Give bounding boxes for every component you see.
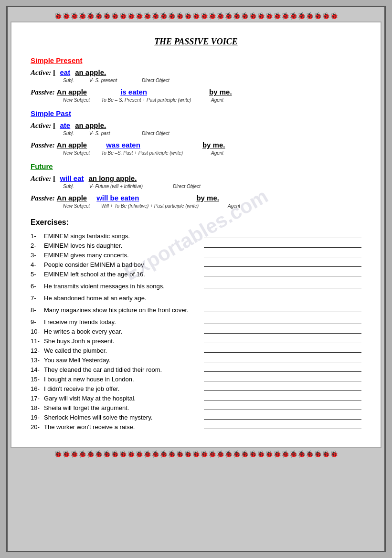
exercise-line-7 (204, 300, 362, 300)
label-subj-present: Subj. (63, 78, 89, 83)
exercises-header: Exercises: (31, 218, 361, 227)
exercise-text-17: Gary will visit May at the hospital. (44, 395, 202, 402)
passive-row-past: Passive: An apple was eaten by me. (31, 141, 361, 149)
section-simple-past: Simple Past Active: I ate an apple. Subj… (31, 109, 361, 156)
exercise-item-19: 19- Sherlock Holmes will solve the myste… (31, 414, 361, 421)
exercise-text-7: He abandoned home at an early age. (44, 295, 202, 302)
exercise-num-2: 2- (31, 242, 44, 249)
exercise-num-4: 4- (31, 261, 44, 268)
exercise-item-4: 4- People consider EMINEM a bad boy (31, 261, 361, 268)
exercise-num-15: 15- (31, 376, 44, 383)
passive-verb-future: will be eaten (96, 194, 139, 202)
label-vs-present: V- S. present (89, 78, 142, 83)
exercise-text-13: You saw Mell Yesterday. (44, 357, 202, 364)
exercise-line-13 (204, 362, 362, 362)
exercise-num-19: 19- (31, 414, 44, 421)
exercise-line-9 (204, 324, 362, 324)
active-object-present: an apple. (75, 68, 106, 76)
exercise-item-3: 3- EMINEM gives many concerts. (31, 252, 361, 259)
exercise-num-16: 16- (31, 385, 44, 392)
passive-subject-past: An apple (57, 141, 87, 149)
active-object-future: an long apple. (89, 174, 137, 182)
section-header-simple-past: Simple Past (31, 109, 361, 117)
section-future: Future Active: I will eat an long apple.… (31, 162, 361, 209)
exercise-text-3: EMINEM gives many concerts. (44, 252, 202, 259)
exercise-num-5: 5- (31, 271, 44, 278)
exercise-item-16: 16- I didn't receive the job offer. (31, 385, 361, 392)
exercise-text-11: She buys Jonh a present. (44, 337, 202, 345)
passive-label-present: Passive: (31, 88, 55, 96)
exercise-line-17 (204, 400, 362, 400)
label-agent-past: Agent (211, 150, 223, 156)
active-object-past: an apple. (75, 121, 106, 129)
label-subj-past: Subj. (63, 131, 89, 136)
exercise-num-10: 10- (31, 328, 44, 335)
exercise-num-8: 8- (31, 306, 44, 314)
active-row-past: Active: I ate an apple. (31, 121, 361, 130)
exercise-item-11: 11- She buys Jonh a present. (31, 337, 361, 345)
active-label-past: Active: (31, 122, 51, 130)
exercise-item-20: 20- The worker won't receive a raise. (31, 423, 361, 431)
exercise-item-6: 6- He transmits violent messages in his … (31, 283, 361, 290)
exercise-line-15 (204, 381, 362, 381)
exercise-item-12: 12- We called the plumber. (31, 347, 361, 354)
passive-row-present: Passive: An apple is eaten by me. (31, 88, 361, 96)
label-do-future: Direct Object (173, 184, 201, 189)
section-header-future: Future (31, 162, 361, 170)
passive-row-future: Passive: An apple will be eaten by me. (31, 194, 361, 202)
exercise-line-10 (204, 333, 362, 334)
passive-by-present: by me. (209, 88, 232, 96)
exercise-num-12: 12- (31, 347, 44, 354)
exercise-line-12 (204, 352, 362, 353)
label-newsubj-future: New Subject (63, 203, 101, 209)
exercise-text-19: Sherlock Holmes will solve the mystery. (44, 414, 202, 421)
exercise-line-14 (204, 371, 362, 372)
label-agent-future: Agent (228, 203, 240, 209)
exercise-item-1: 1- EMINEM sings fantastic songs. (31, 232, 361, 240)
exercise-text-4: People consider EMINEM a bad boy (44, 261, 202, 268)
exercise-text-18: Sheila will forget the argument. (44, 404, 202, 411)
active-subject-future: I (53, 174, 55, 182)
page-content: Exportables.com THE PASSIVE VOICE Simple… (11, 21, 381, 448)
exercise-num-14: 14- (31, 366, 44, 373)
label-tobe-future: Will + To Be (Infinitive) + Past partici… (101, 203, 228, 209)
exercise-num-1: 1- (31, 232, 44, 240)
section-simple-present: Simple Present Active: I eat an apple. S… (31, 56, 361, 103)
active-row-future: Active: I will eat an long apple. (31, 174, 361, 183)
exercise-line-18 (204, 410, 362, 410)
exercise-item-14: 14- They cleaned the car and tidied thei… (31, 366, 361, 373)
exercise-num-9: 9- (31, 318, 44, 326)
exercise-line-16 (204, 390, 362, 391)
exercise-text-2: EMINEM loves his daughter. (44, 242, 202, 249)
active-verb-present: eat (60, 68, 70, 76)
exercise-line-2 (204, 247, 362, 248)
exercise-text-10: He writes a book every year. (44, 328, 202, 335)
label-do-past: Direct Object (142, 131, 170, 136)
section-header-simple-present: Simple Present (31, 56, 361, 64)
active-label-future: Active: (31, 175, 51, 183)
active-verb-past: ate (60, 121, 70, 129)
exercise-item-8: 8- Many magazines show his picture on th… (31, 306, 361, 314)
exercise-text-5: EMINEM left school at the age of 16. (44, 271, 202, 278)
exercise-line-4 (204, 266, 362, 267)
exercise-text-14: They cleaned the car and tidied their ro… (44, 366, 202, 373)
exercise-item-15: 15- I bought a new house in London. (31, 376, 361, 383)
exercise-line-3 (204, 257, 362, 257)
exercise-num-6: 6- (31, 283, 44, 290)
label-vs-past: V- S. past (89, 131, 142, 136)
exercise-text-20: The worker won't receive a raise. (44, 423, 202, 431)
passive-subject-future: An apple (57, 194, 87, 202)
exercise-text-6: He transmits violent messages in his son… (44, 283, 202, 290)
active-verb-future: will eat (60, 174, 84, 182)
passive-label-future: Passive: (31, 194, 55, 202)
label-do-present: Direct Object (142, 78, 170, 83)
page-title: THE PASSIVE VOICE (31, 37, 361, 47)
exercise-text-9: I receive my friends today. (44, 318, 202, 326)
passive-label-past: Passive: (31, 141, 55, 149)
active-subject-past: I (53, 121, 55, 129)
exercise-text-8: Many magazines show his picture on the f… (44, 306, 202, 314)
exercise-num-18: 18- (31, 404, 44, 411)
bug-border-top: 🐞🐞🐞🐞🐞🐞🐞🐞🐞🐞🐞🐞🐞🐞🐞🐞🐞🐞🐞🐞🐞🐞🐞🐞🐞🐞🐞🐞🐞🐞🐞🐞🐞🐞🐞 (11, 10, 381, 21)
exercise-line-19 (204, 419, 362, 420)
passive-by-future: by me. (196, 194, 219, 202)
